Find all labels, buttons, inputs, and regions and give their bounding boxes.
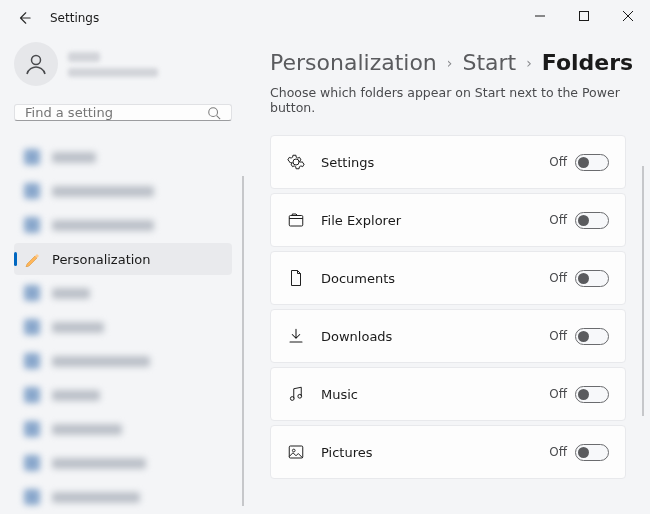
redacted-label [52,492,140,503]
sidebar-item[interactable] [14,209,232,241]
minimize-icon [535,11,545,21]
download-icon [287,327,305,345]
redacted-icon [24,319,40,335]
settings-icon [287,153,305,171]
folder-card-music: Music Off [270,367,626,421]
page-subtitle: Choose which folders appear on Start nex… [270,85,626,115]
folder-label: Documents [321,271,549,286]
sidebar-item-personalization[interactable]: Personalization [14,243,232,275]
toggle-switch[interactable] [575,154,609,171]
toggle-switch[interactable] [575,386,609,403]
redacted-label [52,322,104,333]
sidebar-item[interactable] [14,311,232,343]
svg-point-1 [32,56,41,65]
redacted-icon [24,217,40,233]
redacted-icon [24,489,40,505]
arrow-left-icon [17,11,31,25]
folder-label: File Explorer [321,213,549,228]
svg-rect-0 [580,12,589,21]
toggle-switch[interactable] [575,270,609,287]
toggle-knob [578,273,589,284]
main-panel: Personalization › Start › Folders Choose… [246,36,650,514]
redacted-icon [24,387,40,403]
folder-card-file-explorer: File Explorer Off [270,193,626,247]
folder-icon [287,211,305,229]
toggle-state: Off [549,271,567,285]
chevron-right-icon: › [447,55,453,71]
redacted-icon [24,455,40,471]
person-icon [24,52,48,76]
redacted-label [52,356,150,367]
crumb-start[interactable]: Start [462,50,516,75]
folder-label: Settings [321,155,549,170]
redacted-label [52,220,154,231]
minimize-button[interactable] [518,0,562,32]
sidebar-scrollbar[interactable] [242,176,244,506]
avatar [14,42,58,86]
redacted-label [52,390,100,401]
svg-rect-3 [289,216,303,227]
sidebar-item[interactable] [14,379,232,411]
redacted-icon [24,149,40,165]
nav-list: Personalization [14,141,232,513]
svg-point-2 [209,107,218,116]
sidebar-item[interactable] [14,447,232,479]
sidebar-item[interactable] [14,345,232,377]
redacted-icon [24,421,40,437]
search-icon [207,106,221,120]
toggle-switch[interactable] [575,212,609,229]
toggle-state: Off [549,213,567,227]
search-box[interactable] [14,104,232,121]
close-icon [623,11,633,21]
folder-label: Music [321,387,549,402]
redacted-label [52,424,122,435]
toggle-knob [578,157,589,168]
picture-icon [287,443,305,461]
sidebar: Personalization [0,36,246,514]
music-icon [287,385,305,403]
folder-card-pictures: Pictures Off [270,425,626,479]
redacted-icon [24,183,40,199]
close-button[interactable] [606,0,650,32]
breadcrumb: Personalization › Start › Folders [270,50,626,75]
chevron-right-icon: › [526,55,532,71]
titlebar: Settings [0,0,650,36]
user-block[interactable] [14,42,232,86]
folder-card-list: Settings Off File Explorer Off Documents… [270,135,626,479]
toggle-knob [578,215,589,226]
sidebar-item[interactable] [14,481,232,513]
redacted-label [52,186,154,197]
sidebar-item[interactable] [14,175,232,207]
svg-point-7 [292,449,295,452]
main-scrollbar[interactable] [642,166,644,416]
redacted-label [52,152,96,163]
toggle-knob [578,331,589,342]
redacted-icon [24,285,40,301]
search-input[interactable] [25,105,207,120]
toggle-state: Off [549,329,567,343]
user-email-redacted [68,68,158,77]
sidebar-item-label: Personalization [52,252,151,267]
sidebar-item[interactable] [14,277,232,309]
folder-label: Downloads [321,329,549,344]
sidebar-item[interactable] [14,413,232,445]
toggle-state: Off [549,445,567,459]
back-button[interactable] [14,8,34,28]
folder-card-downloads: Downloads Off [270,309,626,363]
window-title: Settings [50,11,99,25]
crumb-personalization[interactable]: Personalization [270,50,437,75]
toggle-state: Off [549,155,567,169]
toggle-switch[interactable] [575,328,609,345]
sidebar-item[interactable] [14,141,232,173]
redacted-label [52,458,146,469]
toggle-knob [578,447,589,458]
maximize-button[interactable] [562,0,606,32]
maximize-icon [579,11,589,21]
folder-card-documents: Documents Off [270,251,626,305]
folder-label: Pictures [321,445,549,460]
personalization-icon [24,251,40,267]
toggle-switch[interactable] [575,444,609,461]
user-name-redacted [68,52,100,62]
document-icon [287,269,305,287]
user-meta [68,52,158,77]
